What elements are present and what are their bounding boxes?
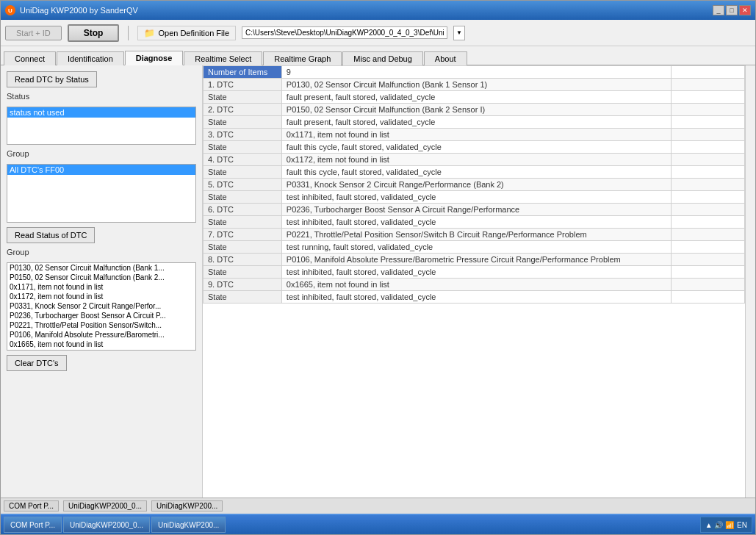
table-row: 1. DTCP0130, 02 Sensor Circuit Malfuncti…: [204, 79, 745, 91]
toolbar-separator: [128, 26, 129, 40]
row-label: State: [204, 266, 282, 279]
status-bar: COM Port P... UniDiagKWP2000_0... UniDia…: [1, 498, 755, 514]
status-listbox[interactable]: status not used: [7, 107, 196, 145]
list-item[interactable]: P0236, Turbocharger Boost Sensor A Circu…: [7, 311, 195, 320]
tab-diagnose[interactable]: Diagnose: [125, 51, 184, 65]
dtc-table[interactable]: Number of Items91. DTCP0130, 02 Sensor C…: [203, 65, 745, 498]
main-window: U UniDiag KWP2000 by SanderQV _ □ ✕ Star…: [0, 0, 756, 535]
row-value: test running, fault stored, validated_cy…: [281, 241, 671, 254]
row-value: 0x1172, item not found in list: [281, 154, 671, 166]
minimize-button[interactable]: _: [713, 5, 724, 15]
maximize-button[interactable]: □: [726, 5, 738, 15]
taskbar-item-3[interactable]: UniDiagKWP200...: [151, 517, 226, 533]
toolbar: Start + ID Stop 📁 Open Definition File ▼: [1, 20, 755, 46]
row-extra: [672, 279, 745, 291]
list-item[interactable]: P0331, Knock Sensor 2 Circuit Range/Perf…: [7, 301, 195, 311]
title-bar-left: U UniDiag KWP2000 by SanderQV: [5, 5, 138, 15]
app-icon: U: [5, 5, 15, 15]
open-def-label: Open Definition File: [158, 29, 229, 37]
list-item[interactable]: 0x1665, item not found in list: [7, 340, 195, 349]
taskbar-item-2[interactable]: UniDiagKWP2000_0...: [63, 517, 150, 533]
status-label: Status: [7, 92, 196, 101]
group-item-all-dtc[interactable]: All DTC's FF00: [7, 165, 195, 175]
status-item-3: UniDiagKWP200...: [151, 500, 223, 511]
row-value: test inhibited, fault stored, validated_…: [281, 291, 671, 304]
right-panel: Number of Items91. DTCP0130, 02 Sensor C…: [203, 65, 745, 498]
row-extra: [672, 216, 745, 229]
list-item[interactable]: P0150, 02 Sensor Circuit Malfunction (Ba…: [7, 273, 195, 282]
row-extra: [672, 241, 745, 254]
row-label: State: [204, 91, 282, 104]
row-label: 2. DTC: [204, 104, 282, 116]
row-extra: [672, 254, 745, 266]
list-item[interactable]: P0130, 02 Sensor Circuit Malfunction (Ba…: [7, 263, 195, 273]
table-row: Statefault present, fault stored, valida…: [204, 91, 745, 104]
systray-icons: ▲ 🔊 📶: [705, 521, 734, 529]
taskbar-item-1[interactable]: COM Port P...: [4, 517, 62, 533]
group-listbox[interactable]: All DTC's FF00: [7, 164, 196, 223]
stop-button[interactable]: Stop: [68, 24, 120, 42]
tab-about[interactable]: About: [424, 51, 467, 65]
tab-realtime-graph[interactable]: Realtime Graph: [263, 51, 342, 65]
window-title: UniDiag KWP2000 by SanderQV: [20, 6, 138, 15]
row-extra: [672, 166, 745, 179]
status-item-not-used[interactable]: status not used: [7, 107, 195, 118]
row-value: fault this cycle, fault stored, validate…: [281, 141, 671, 154]
tab-misc-debug[interactable]: Misc and Debug: [342, 51, 423, 65]
table-row: Statetest inhibited, fault stored, valid…: [204, 191, 745, 204]
row-value: P0150, 02 Sensor Circuit Malfunction (Ba…: [281, 104, 671, 116]
taskbar: COM Port P... UniDiagKWP2000_0... UniDia…: [1, 514, 755, 534]
read-dtc-by-status-button[interactable]: Read DTC by Status: [7, 71, 97, 87]
open-definition-button[interactable]: 📁 Open Definition File: [137, 26, 236, 40]
table-row: 7. DTCP0221, Throttle/Petal Position Sen…: [204, 229, 745, 241]
table-row: Statetest running, fault stored, validat…: [204, 241, 745, 254]
row-value: P0106, Manifold Absolute Pressure/Barome…: [281, 254, 671, 266]
table-row: 9. DTC0x1665, item not found in list: [204, 279, 745, 291]
row-extra: [672, 179, 745, 191]
row-label: 6. DTC: [204, 204, 282, 216]
tab-connect[interactable]: Connect: [4, 51, 56, 65]
results-table: Number of Items91. DTCP0130, 02 Sensor C…: [203, 65, 745, 304]
list-item[interactable]: 0x1172, item not found in list: [7, 292, 195, 301]
row-extra: [672, 129, 745, 141]
path-input[interactable]: [242, 26, 447, 39]
list-item[interactable]: P0221, Throttle/Petal Position Sensor/Sw…: [7, 320, 195, 330]
row-extra: [672, 104, 745, 116]
path-dropdown[interactable]: ▼: [453, 26, 465, 40]
row-label: 9. DTC: [204, 279, 282, 291]
dtc-listbox[interactable]: P0130, 02 Sensor Circuit Malfunction (Ba…: [7, 262, 196, 351]
row-value: P0236, Turbocharger Boost Sensor A Circu…: [281, 204, 671, 216]
table-row: Number of Items9: [204, 66, 745, 79]
content-area: Read DTC by Status Status status not use…: [1, 65, 755, 498]
row-label: 5. DTC: [204, 179, 282, 191]
group-label: Group: [7, 149, 196, 158]
row-extra: [672, 154, 745, 166]
status-item-1: COM Port P...: [4, 500, 59, 511]
row-extra: [672, 266, 745, 279]
list-item[interactable]: 0x1171, item not found in list: [7, 282, 195, 292]
row-extra: [672, 229, 745, 241]
row-extra: [672, 66, 745, 79]
read-status-of-dtc-button[interactable]: Read Status of DTC: [7, 227, 95, 243]
tab-identification[interactable]: Identification: [57, 51, 124, 65]
start-id-button[interactable]: Start + ID: [5, 26, 62, 40]
row-value: fault present, fault stored, validated_c…: [281, 91, 671, 104]
scrollbar[interactable]: [745, 65, 755, 498]
row-extra: [672, 191, 745, 204]
systray: ▲ 🔊 📶 EN: [700, 517, 752, 533]
row-extra: [672, 291, 745, 304]
dtc-group-label: Group: [7, 248, 196, 256]
row-value: 9: [281, 66, 671, 79]
clear-dtc-button[interactable]: Clear DTC's: [7, 355, 67, 371]
tab-realtime-select[interactable]: Realtime Select: [184, 51, 262, 65]
row-value: test inhibited, fault stored, validated_…: [281, 266, 671, 279]
table-row: Statefault this cycle, fault stored, val…: [204, 166, 745, 179]
close-button[interactable]: ✕: [739, 5, 751, 15]
list-item[interactable]: P0106, Manifold Absolute Pressure/Barome…: [7, 330, 195, 340]
table-row: Statefault present, fault stored, valida…: [204, 116, 745, 129]
row-extra: [672, 116, 745, 129]
table-row: 8. DTCP0106, Manifold Absolute Pressure/…: [204, 254, 745, 266]
systray-lang: EN: [737, 521, 747, 529]
table-row: 5. DTCP0331, Knock Sensor 2 Circuit Rang…: [204, 179, 745, 191]
table-row: 6. DTCP0236, Turbocharger Boost Sensor A…: [204, 204, 745, 216]
